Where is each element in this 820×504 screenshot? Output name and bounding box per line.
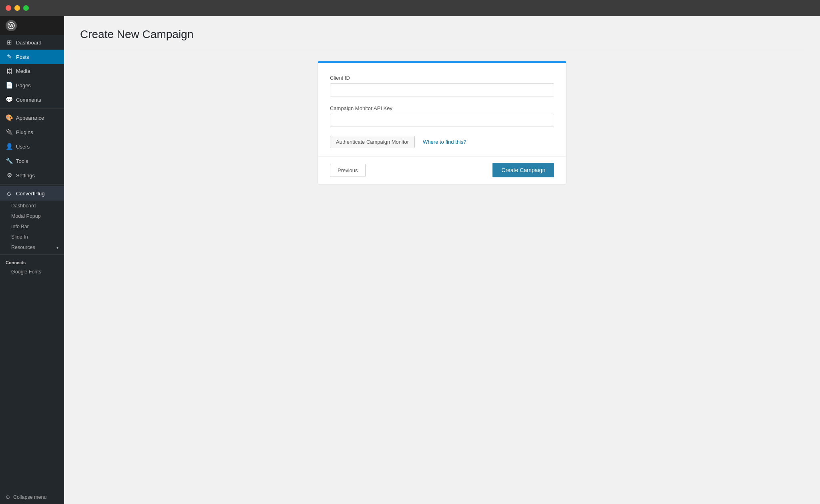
sidebar-item-plugins[interactable]: 🔌 Plugins <box>0 125 64 139</box>
sidebar-item-convertplug[interactable]: ◇ ConvertPlug <box>0 186 64 201</box>
sidebar-item-tools[interactable]: 🔧 Tools <box>0 154 64 168</box>
sidebar-item-users[interactable]: 👤 Users <box>0 139 64 154</box>
convertplug-icon: ◇ <box>6 190 13 197</box>
titlebar <box>0 0 820 16</box>
collapse-icon: ⊙ <box>6 494 10 500</box>
campaign-card: Client ID Campaign Monitor API Key Authe… <box>318 61 566 184</box>
api-key-group: Campaign Monitor API Key <box>330 105 554 127</box>
appearance-icon: 🎨 <box>6 114 13 121</box>
app-layout: W ⊞ Dashboard ✎ Posts 🖼 Media 📄 Pages 💬 … <box>0 16 820 504</box>
sidebar-divider-3 <box>0 254 64 255</box>
comments-icon: 💬 <box>6 96 13 103</box>
svg-text:W: W <box>9 23 14 28</box>
sidebar-divider-2 <box>0 184 64 185</box>
card-body: Client ID Campaign Monitor API Key Authe… <box>318 63 566 156</box>
tools-icon: 🔧 <box>6 157 13 165</box>
maximize-button[interactable] <box>23 5 29 11</box>
sidebar-item-media[interactable]: 🖼 Media <box>0 64 64 78</box>
sidebar-sub-item-slidein[interactable]: Slide In <box>0 232 64 242</box>
client-id-group: Client ID <box>330 75 554 96</box>
sidebar-sub-item-dashboard[interactable]: Dashboard <box>0 201 64 211</box>
where-to-find-link[interactable]: Where to find this? <box>423 139 466 145</box>
main-content: Create New Campaign Client ID Campaign M… <box>64 16 820 504</box>
posts-icon: ✎ <box>6 53 13 60</box>
sidebar: W ⊞ Dashboard ✎ Posts 🖼 Media 📄 Pages 💬 … <box>0 16 64 504</box>
api-key-input[interactable] <box>330 114 554 127</box>
sidebar-divider-1 <box>0 108 64 109</box>
api-key-label: Campaign Monitor API Key <box>330 105 554 111</box>
users-icon: 👤 <box>6 143 13 150</box>
media-icon: 🖼 <box>6 68 13 74</box>
settings-icon: ⚙ <box>6 172 13 179</box>
minimize-button[interactable] <box>14 5 20 11</box>
sidebar-item-pages[interactable]: 📄 Pages <box>0 78 64 92</box>
previous-button[interactable]: Previous <box>330 164 366 177</box>
dashboard-icon: ⊞ <box>6 39 13 46</box>
sidebar-sub-item-modal[interactable]: Modal Popup <box>0 211 64 221</box>
card-footer: Previous Create Campaign <box>318 156 566 184</box>
sidebar-item-posts[interactable]: ✎ Posts <box>0 50 64 64</box>
authenticate-button[interactable]: Authenticate Campaign Monitor <box>330 136 415 148</box>
client-id-input[interactable] <box>330 83 554 96</box>
sidebar-item-appearance[interactable]: 🎨 Appearance <box>0 110 64 125</box>
wp-logo: W <box>0 16 64 35</box>
collapse-menu-button[interactable]: ⊙ Collapse menu <box>0 490 64 504</box>
plugins-icon: 🔌 <box>6 129 13 136</box>
sidebar-item-dashboard[interactable]: ⊞ Dashboard <box>0 35 64 50</box>
page-divider <box>80 49 804 49</box>
sidebar-sub-item-google-fonts[interactable]: Google Fonts <box>0 267 64 277</box>
page-title: Create New Campaign <box>80 28 804 41</box>
create-campaign-button[interactable]: Create Campaign <box>492 163 554 177</box>
sidebar-sub-item-infobar[interactable]: Info Bar <box>0 221 64 232</box>
sidebar-item-settings[interactable]: ⚙ Settings <box>0 168 64 183</box>
connects-label: Connects <box>0 256 64 267</box>
chevron-down-icon: ▾ <box>56 245 58 250</box>
sidebar-sub-item-resources[interactable]: Resources ▾ <box>0 242 64 253</box>
auth-row: Authenticate Campaign Monitor Where to f… <box>330 136 554 148</box>
wordpress-icon: W <box>6 20 17 31</box>
close-button[interactable] <box>6 5 11 11</box>
pages-icon: 📄 <box>6 82 13 89</box>
client-id-label: Client ID <box>330 75 554 81</box>
sidebar-item-comments[interactable]: 💬 Comments <box>0 92 64 107</box>
